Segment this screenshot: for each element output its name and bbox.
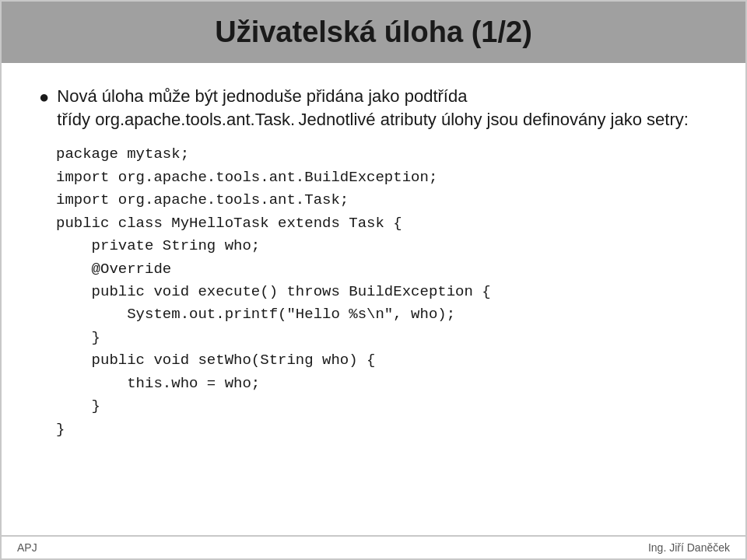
bullet-text-line1: Nová úloha může být jednoduše přidána ja… — [57, 86, 467, 106]
slide-container: Uživatelská úloha (1/2) ● Nová úloha můž… — [0, 0, 747, 560]
bullet-text: Nová úloha může být jednoduše přidána ja… — [57, 85, 689, 131]
code-block: package mytask; import org.apache.tools.… — [56, 143, 708, 441]
footer-left: APJ — [17, 541, 37, 554]
slide-footer: APJ Ing. Jiří Daněček — [2, 535, 745, 558]
slide-title: Uživatelská úloha (1/2) — [33, 16, 714, 49]
description-inline: Jednotlivé atributy úlohy jsou definován… — [298, 110, 688, 129]
bullet-dot: ● — [39, 86, 49, 109]
bullet-text-line2: třídy org.apache.tools.ant.Task. — [57, 110, 295, 129]
bullet-point-1: ● Nová úloha může být jednoduše přidána … — [39, 85, 708, 131]
slide-body: ● Nová úloha může být jednoduše přidána … — [2, 63, 745, 535]
footer-right: Ing. Jiří Daněček — [648, 541, 730, 554]
slide-header: Uživatelská úloha (1/2) — [2, 2, 745, 63]
